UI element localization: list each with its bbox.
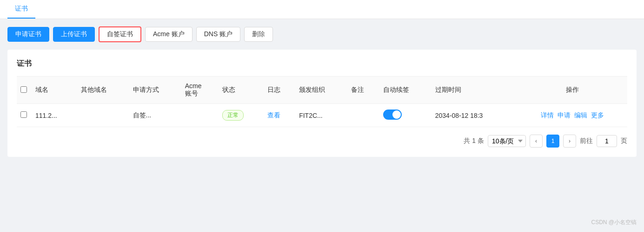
apply-certificate-button[interactable]: 申请证书 <box>7 27 49 42</box>
cell-actions: 详情 申请 编辑 更多 <box>517 104 627 127</box>
action-more[interactable]: 更多 <box>591 111 604 120</box>
action-edit[interactable]: 编辑 <box>574 111 587 120</box>
cell-other-domain <box>77 104 129 127</box>
log-link[interactable]: 查看 <box>267 111 280 119</box>
row-checkbox-cell <box>17 104 32 127</box>
auto-renew-toggle[interactable] <box>383 110 402 120</box>
prev-page-button[interactable]: ‹ <box>530 135 543 148</box>
th-expire-time: 过期时间 <box>432 77 518 104</box>
th-acme-account: Acme 账号 <box>181 77 219 104</box>
th-remark: 备注 <box>347 77 379 104</box>
pagination-total: 共 1 条 <box>464 137 484 145</box>
cell-remark <box>347 104 379 127</box>
action-detail[interactable]: 详情 <box>541 111 554 120</box>
current-page-button[interactable]: 1 <box>546 135 559 148</box>
delete-button[interactable]: 删除 <box>244 27 273 42</box>
upload-certificate-button[interactable]: 上传证书 <box>53 27 95 42</box>
action-apply[interactable]: 申请 <box>558 111 571 120</box>
dns-account-button[interactable]: DNS 账户 <box>196 27 240 42</box>
self-sign-certificate-button[interactable]: 自签证书 <box>99 26 141 42</box>
cell-acme-account <box>181 104 219 127</box>
goto-label: 前往 <box>580 137 593 145</box>
th-other-domain: 其他域名 <box>77 77 129 104</box>
cell-issuer: FIT2C... <box>295 104 347 127</box>
cell-log: 查看 <box>264 104 295 127</box>
cell-expire-time: 2034-08-12 18:3 <box>432 104 518 127</box>
status-badge: 正常 <box>222 110 244 121</box>
page-size-select[interactable]: 10条/页 20条/页 50条/页 <box>488 135 526 147</box>
th-actions: 操作 <box>517 77 627 104</box>
th-issuer: 颁发组织 <box>295 77 347 104</box>
toolbar: 申请证书 上传证书 自签证书 Acme 账户 DNS 账户 删除 <box>7 26 637 42</box>
th-apply-method: 申请方式 <box>129 77 181 104</box>
row-checkbox[interactable] <box>20 111 27 118</box>
pagination-bar: 共 1 条 10条/页 20条/页 50条/页 ‹ 1 › 前往 页 <box>17 135 627 148</box>
table-row: 111.2... 自签... 正常 查看 FIT2C... 2034 <box>17 104 627 127</box>
certificate-card: 证书 域名 其他域名 申请方式 Acme 账号 状态 日志 颁发组织 备注 自动… <box>7 50 637 157</box>
th-checkbox <box>17 77 32 104</box>
acme-account-button[interactable]: Acme 账户 <box>145 27 193 42</box>
cell-status: 正常 <box>219 104 263 127</box>
th-log: 日志 <box>264 77 295 104</box>
page-unit: 页 <box>621 137 627 145</box>
select-all-checkbox[interactable] <box>20 86 27 93</box>
th-domain: 域名 <box>32 77 77 104</box>
tab-certificate[interactable]: 证书 <box>7 0 35 19</box>
cell-auto-renew <box>379 104 432 127</box>
cell-apply-method: 自签... <box>129 104 181 127</box>
goto-page-input[interactable] <box>597 135 617 147</box>
cell-domain: 111.2... <box>32 104 77 127</box>
next-page-button[interactable]: › <box>563 135 576 148</box>
certificate-table: 域名 其他域名 申请方式 Acme 账号 状态 日志 颁发组织 备注 自动续签 … <box>17 76 627 127</box>
th-auto-renew: 自动续签 <box>379 77 432 104</box>
card-title: 证书 <box>17 59 627 69</box>
th-status: 状态 <box>219 77 263 104</box>
